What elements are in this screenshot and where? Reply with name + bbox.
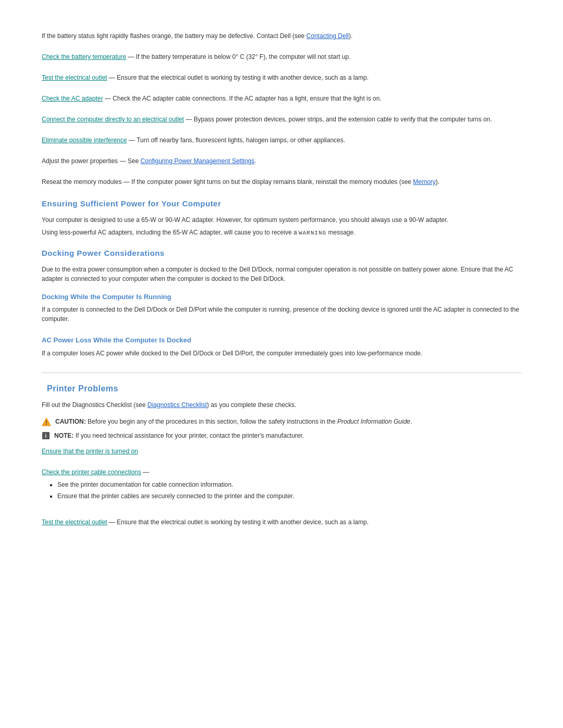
docking-sub2: AC Power Loss While the Computer Is Dock… bbox=[42, 335, 521, 358]
svg-text:!: ! bbox=[45, 420, 47, 426]
note-icon: i bbox=[42, 431, 50, 440]
separator: — bbox=[126, 53, 136, 60]
item-body: Turn off nearby fans, fluorescent lights… bbox=[137, 137, 345, 144]
docking-sub1-heading: Docking While the Computer Is Running bbox=[42, 292, 521, 302]
memory-link[interactable]: Memory bbox=[413, 178, 435, 186]
item-connect-directly: Connect the computer directly to an elec… bbox=[42, 115, 521, 124]
docking-sub1-body: If a computer is connected to the Dell D… bbox=[42, 305, 521, 324]
caution-text-prefix: Before you begin any of the procedures i… bbox=[86, 418, 337, 425]
configuring-power-link[interactable]: Configuring Power Management Settings bbox=[140, 157, 254, 165]
item-body-prefix: If the computer power light turns on but… bbox=[131, 178, 413, 186]
item-body: If the battery temperature is below 0° C… bbox=[136, 53, 351, 60]
printer-item-body: Ensure that the electrical outlet is wor… bbox=[117, 519, 369, 526]
item-content: Check the battery temperature — If the b… bbox=[42, 52, 521, 61]
printer-item-label[interactable]: Ensure that the printer is turned on bbox=[42, 447, 521, 456]
printer-intro-prefix: Fill out the Diagnostics Checklist (see bbox=[42, 401, 148, 409]
item-body-suffix: ). bbox=[436, 178, 439, 186]
separator: — bbox=[141, 468, 149, 476]
separator: — bbox=[118, 157, 128, 165]
item-body: Bypass power protection devices, power s… bbox=[193, 116, 492, 123]
separator: — bbox=[107, 519, 117, 526]
printer-heading: Printer Problems bbox=[42, 382, 521, 395]
item-check-battery-temp: Check the battery temperature — If the b… bbox=[42, 52, 521, 61]
caution-text-suffix: . bbox=[410, 418, 412, 425]
item-content: Reseat the memory modules — If the compu… bbox=[42, 177, 521, 187]
docking-sub2-heading: AC Power Loss While the Computer Is Dock… bbox=[42, 335, 521, 346]
caution-label: CAUTION: bbox=[55, 418, 86, 425]
docking-body: Due to the extra power consumption when … bbox=[42, 265, 521, 283]
para2-prefix: Using less-powerful AC adapters, includi… bbox=[42, 229, 299, 236]
item-test-electrical-outlet: Test the electrical outlet — Ensure that… bbox=[42, 73, 521, 82]
printer-cable-bullets: See the printer documentation for cable … bbox=[57, 480, 521, 503]
item-label[interactable]: Eliminate possible interference bbox=[42, 137, 127, 144]
item-label[interactable]: Check the battery temperature bbox=[42, 53, 126, 60]
printer-item-ensure-on: Ensure that the printer is turned on bbox=[42, 447, 521, 456]
ensuring-power-para1: Your computer is designed to use a 65-W … bbox=[42, 215, 521, 225]
docking-section: Docking Power Considerations Due to the … bbox=[42, 248, 521, 358]
separator: — bbox=[127, 137, 136, 144]
docking-sub2-body: If a computer loses AC power while docke… bbox=[42, 349, 521, 358]
intro-text: If the battery status light rapidly flas… bbox=[42, 32, 307, 40]
printer-item-label[interactable]: Check the printer cable connections bbox=[42, 468, 141, 476]
printer-intro-suffix: ) as you complete these checks. bbox=[207, 401, 296, 409]
warning-text: WARNING bbox=[299, 230, 326, 236]
printer-item-content: Test the electrical outlet — Ensure that… bbox=[42, 517, 521, 527]
note-box: i NOTE: If you need technical assistance… bbox=[42, 431, 521, 440]
bullet-item: Ensure that the printer cables are secur… bbox=[57, 491, 521, 501]
item-label[interactable]: Test the electrical outlet bbox=[42, 74, 107, 81]
docking-heading: Docking Power Considerations bbox=[42, 248, 521, 260]
separator: — bbox=[107, 74, 117, 81]
item-label: Reseat the memory modules bbox=[42, 178, 121, 186]
item-body: Ensure that the electrical outlet is wor… bbox=[117, 74, 369, 81]
printer-item-cable: Check the printer cable connections — Se… bbox=[42, 467, 521, 506]
separator: — bbox=[184, 116, 194, 123]
intro-paragraph: If the battery status light rapidly flas… bbox=[42, 31, 521, 41]
caution-box: ! CAUTION: Before you begin any of the p… bbox=[42, 417, 521, 427]
intro-text-end: ). bbox=[349, 32, 352, 40]
separator: — bbox=[121, 178, 131, 186]
item-body-suffix: . bbox=[254, 157, 256, 165]
caution-text: CAUTION: Before you begin any of the pro… bbox=[55, 417, 412, 426]
bullet-item: See the printer documentation for cable … bbox=[57, 480, 521, 489]
section-divider bbox=[42, 373, 521, 373]
printer-section: Printer Problems Fill out the Diagnostic… bbox=[42, 382, 521, 527]
printer-item-outlet: Test the electrical outlet — Ensure that… bbox=[42, 517, 521, 527]
item-content: Eliminate possible interference — Turn o… bbox=[42, 135, 521, 145]
caution-italic: Product Information Guide bbox=[337, 418, 410, 425]
para2-suffix: message. bbox=[326, 229, 355, 236]
item-eliminate-interference: Eliminate possible interference — Turn o… bbox=[42, 135, 521, 145]
separator: — bbox=[103, 95, 113, 102]
item-reseat-memory: Reseat the memory modules — If the compu… bbox=[42, 177, 521, 187]
item-label: Adjust the power properties bbox=[42, 157, 118, 165]
svg-text:i: i bbox=[45, 433, 47, 439]
note-body: If you need technical assistance for you… bbox=[74, 432, 304, 439]
printer-item-label[interactable]: Test the electrical outlet bbox=[42, 519, 107, 526]
item-check-ac-adapter: Check the AC adapter — Check the AC adap… bbox=[42, 94, 521, 103]
item-body: Check the AC adapter cable connections. … bbox=[113, 95, 382, 102]
item-label[interactable]: Connect the computer directly to an elec… bbox=[42, 116, 184, 123]
item-content: Check the AC adapter — Check the AC adap… bbox=[42, 94, 521, 103]
caution-icon: ! bbox=[42, 417, 51, 427]
item-adjust-power: Adjust the power properties — See Config… bbox=[42, 156, 521, 166]
diagnostics-checklist-link[interactable]: Diagnostics Checklist bbox=[148, 401, 207, 409]
item-label[interactable]: Check the AC adapter bbox=[42, 95, 103, 102]
ensuring-power-para2: Using less-powerful AC adapters, includi… bbox=[42, 228, 521, 238]
docking-sub1: Docking While the Computer Is Running If… bbox=[42, 292, 521, 324]
item-content: Connect the computer directly to an elec… bbox=[42, 115, 521, 124]
printer-item-content: Check the printer cable connections — bbox=[42, 467, 521, 477]
note-text: NOTE: If you need technical assistance f… bbox=[54, 431, 304, 440]
printer-intro: Fill out the Diagnostics Checklist (see … bbox=[42, 400, 521, 410]
item-content: Adjust the power properties — See Config… bbox=[42, 156, 521, 166]
item-content: Test the electrical outlet — Ensure that… bbox=[42, 73, 521, 82]
contacting-dell-link[interactable]: Contacting Dell bbox=[307, 32, 349, 40]
note-label: NOTE: bbox=[54, 432, 74, 439]
ensuring-power-heading: Ensuring Sufficient Power for Your Compu… bbox=[42, 198, 521, 210]
ensuring-power-section: Ensuring Sufficient Power for Your Compu… bbox=[42, 198, 521, 237]
item-body-prefix: See bbox=[128, 157, 141, 165]
